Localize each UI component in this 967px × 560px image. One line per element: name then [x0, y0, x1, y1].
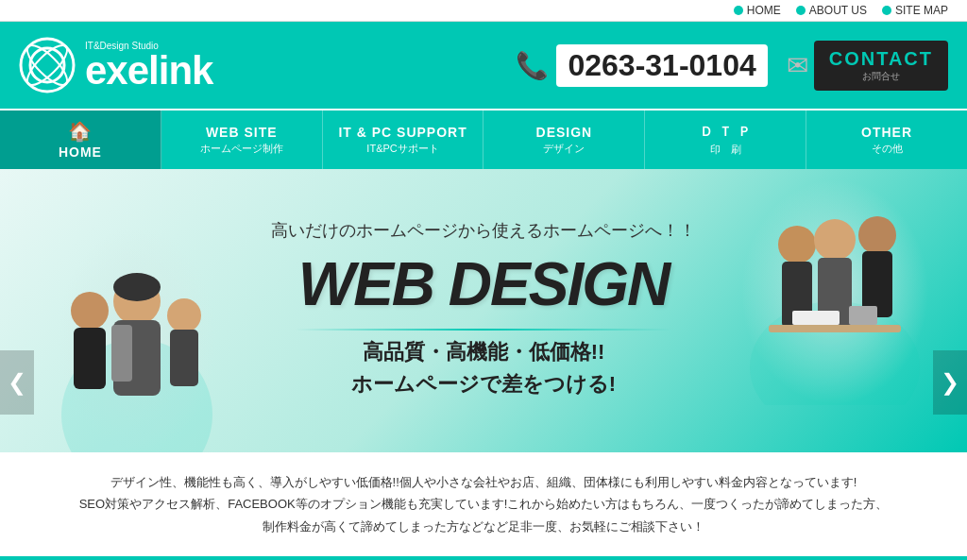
nav-itpc-ja: IT&PCサポート	[366, 142, 438, 156]
about-dot-icon	[796, 6, 806, 15]
hero-banner: 高いだけのホームページから使えるホームページへ！！ WEB DESIGN 高品質…	[0, 169, 967, 452]
hero-wrapper: ❮ ❯	[0, 169, 967, 560]
hero-description: デザイン性、機能性も高く、導入がしやすい低価格!!個人や小さな会社やお店、組織、…	[0, 452, 967, 559]
top-nav-sitemap-label: SITE MAP	[895, 4, 948, 17]
hero-prev-button[interactable]: ❮	[0, 350, 34, 415]
nav-home-label: HOME	[59, 144, 102, 160]
svg-point-18	[858, 216, 896, 254]
logo-icon	[19, 37, 76, 93]
phone-number: 0263-31-0104	[556, 44, 767, 87]
main-nav: 🏠 HOME WEB SITE ホームページ制作 IT & PC SUPPORT…	[0, 109, 967, 169]
hero-next-button[interactable]: ❯	[933, 350, 967, 415]
nav-itpc-en: IT & PC SUPPORT	[338, 125, 467, 140]
home-icon: 🏠	[68, 120, 92, 143]
svg-rect-21	[792, 311, 840, 325]
svg-point-16	[814, 219, 856, 261]
hero-desc1: デザイン性、機能性も高く、導入がしやすい低価格!!個人や小さな会社やお店、組織、…	[38, 471, 929, 493]
nav-dtp-ja: 印 刷	[710, 143, 741, 157]
svg-point-8	[113, 273, 161, 301]
svg-point-9	[71, 292, 109, 330]
nav-dtp[interactable]: Ｄ Ｔ Ｐ 印 刷	[645, 110, 806, 169]
top-nav-home-label: HOME	[747, 4, 781, 17]
contact-wrap: ✉ CONTACT お問合せ	[787, 41, 948, 91]
top-nav-sitemap[interactable]: SITE MAP	[882, 4, 948, 17]
contact-sub: お問合せ	[862, 70, 900, 83]
hero-desc2: SEO対策やアクセス解析、FACEBOOK等のオプション機能も充実しています!こ…	[38, 493, 929, 515]
nav-other[interactable]: OTHER その他	[806, 110, 967, 169]
logo-area: IT&Design Studio exelink	[19, 37, 212, 93]
svg-rect-10	[74, 328, 106, 389]
site-header: IT&Design Studio exelink 📞 0263-31-0104 …	[0, 22, 967, 109]
hero-divider	[295, 329, 672, 331]
contact-button[interactable]: CONTACT お問合せ	[814, 41, 948, 91]
svg-rect-12	[170, 330, 198, 386]
top-nav: HOME ABOUT US SITE MAP	[0, 0, 967, 22]
phone-area: 📞 0263-31-0104	[516, 44, 767, 87]
nav-design[interactable]: DESIGN デザイン	[484, 110, 645, 169]
logo-main: exelink	[85, 51, 212, 91]
nav-itpc[interactable]: IT & PC SUPPORT IT&PCサポート	[323, 110, 484, 169]
hero-people-right	[740, 178, 929, 405]
envelope-icon: ✉	[787, 50, 808, 81]
sitemap-dot-icon	[882, 6, 891, 15]
top-nav-about-label: ABOUT US	[809, 4, 867, 17]
top-nav-about[interactable]: ABOUT US	[796, 4, 867, 17]
logo-text: IT&Design Studio exelink	[85, 41, 212, 91]
nav-website[interactable]: WEB SITE ホームページ制作	[161, 110, 323, 169]
nav-design-ja: デザイン	[543, 142, 585, 156]
svg-point-11	[167, 298, 201, 332]
header-right: 📞 0263-31-0104 ✉ CONTACT お問合せ	[516, 41, 948, 91]
hero-desc3: 制作料金が高くて諦めてしまった方などなど足非一度、お気軽にご相談下さい！	[38, 516, 929, 537]
phone-icon: 📞	[516, 50, 549, 81]
nav-dtp-en: Ｄ Ｔ Ｐ	[700, 124, 752, 141]
svg-rect-22	[849, 306, 877, 325]
svg-point-14	[778, 226, 816, 263]
nav-other-ja: その他	[872, 142, 903, 156]
home-dot-icon	[734, 6, 743, 15]
hero-people-left	[57, 226, 217, 452]
nav-website-en: WEB SITE	[206, 125, 278, 140]
nav-design-en: DESIGN	[536, 125, 593, 140]
nav-website-ja: ホームページ制作	[200, 142, 283, 156]
contact-label: CONTACT	[829, 48, 933, 70]
nav-home[interactable]: 🏠 HOME	[0, 110, 161, 169]
svg-rect-7	[111, 325, 132, 382]
nav-other-en: OTHER	[861, 125, 912, 140]
svg-rect-20	[769, 325, 901, 332]
top-nav-home[interactable]: HOME	[734, 4, 781, 17]
